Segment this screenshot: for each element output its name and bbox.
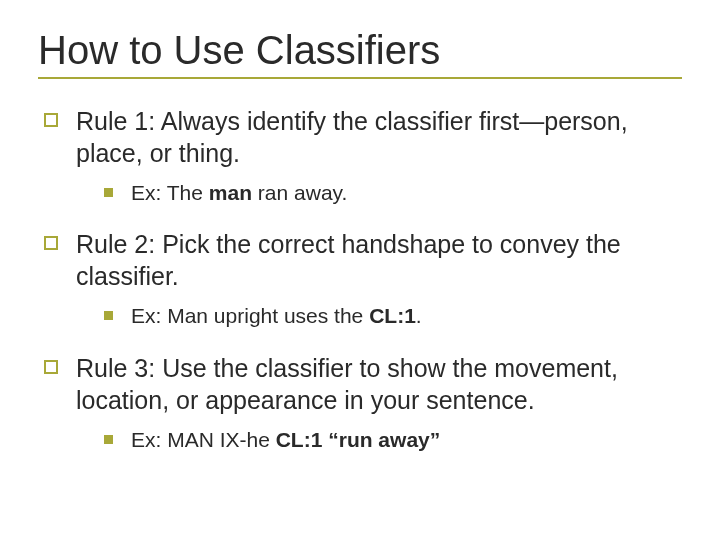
slide-title: How to Use Classifiers bbox=[38, 28, 682, 79]
rule-text: Rule 3: Use the classifier to show the m… bbox=[76, 352, 682, 416]
square-solid-bullet-icon bbox=[104, 188, 113, 197]
example-text: Ex: The man ran away. bbox=[131, 179, 347, 206]
example-item: Ex: MAN IX-he CL:1 “run away” bbox=[104, 426, 682, 453]
square-solid-bullet-icon bbox=[104, 435, 113, 444]
square-outline-bullet-icon bbox=[44, 236, 58, 250]
square-solid-bullet-icon bbox=[104, 311, 113, 320]
example-text: Ex: MAN IX-he CL:1 “run away” bbox=[131, 426, 440, 453]
rule-text: Rule 1: Always identify the classifier f… bbox=[76, 105, 682, 169]
square-outline-bullet-icon bbox=[44, 360, 58, 374]
example-item: Ex: Man upright uses the CL:1. bbox=[104, 302, 682, 329]
rule-text: Rule 2: Pick the correct handshape to co… bbox=[76, 228, 682, 292]
rule-item: Rule 3: Use the classifier to show the m… bbox=[44, 352, 682, 416]
example-item: Ex: The man ran away. bbox=[104, 179, 682, 206]
example-text: Ex: Man upright uses the CL:1. bbox=[131, 302, 422, 329]
square-outline-bullet-icon bbox=[44, 113, 58, 127]
rule-item: Rule 1: Always identify the classifier f… bbox=[44, 105, 682, 169]
rule-item: Rule 2: Pick the correct handshape to co… bbox=[44, 228, 682, 292]
